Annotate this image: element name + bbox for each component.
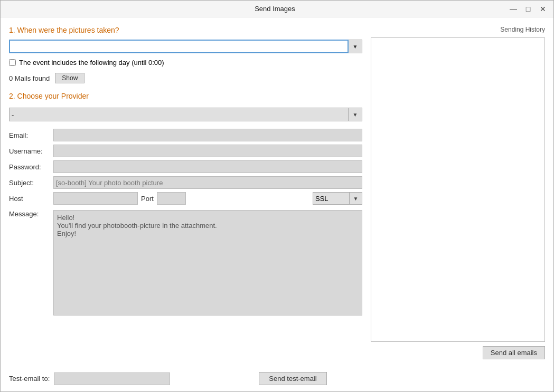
host-input[interactable]	[53, 192, 138, 205]
send-test-button[interactable]: Send test-email	[259, 372, 326, 385]
message-label: Message:	[9, 210, 51, 218]
ssl-select-display[interactable]: SSL	[313, 192, 350, 205]
form-grid: Email: Username: Password: Subject: Host…	[9, 129, 362, 205]
event-checkbox[interactable]	[9, 59, 16, 66]
mails-count: 0 Mails found	[9, 74, 50, 82]
history-box	[371, 37, 545, 342]
username-label: Username:	[9, 147, 51, 155]
main-window: Send Images — □ ✕ 1. When were the pictu…	[0, 0, 554, 392]
left-panel: 1. When were the pictures taken? ▼ The e…	[9, 26, 362, 359]
host-label: Host	[9, 195, 51, 203]
sending-history-label: Sending History	[371, 26, 545, 33]
event-checkbox-label: The event includes the following day (un…	[19, 59, 164, 66]
ssl-group: SSL ▼	[313, 192, 362, 205]
mails-row: 0 Mails found Show	[9, 73, 362, 83]
port-input[interactable]	[157, 192, 186, 205]
email-label: Email:	[9, 131, 51, 139]
title-bar: Send Images — □ ✕	[1, 1, 553, 17]
host-port-row: Port SSL ▼	[53, 192, 362, 205]
window-title: Send Images	[43, 5, 507, 13]
send-all-row: Send all emails	[371, 346, 545, 359]
bottom-bar: Test-email to: Send test-email	[1, 368, 553, 391]
right-panel: Sending History Send all emails	[371, 26, 545, 359]
subject-input[interactable]	[53, 176, 362, 189]
username-input[interactable]	[53, 145, 362, 157]
window-controls: — □ ✕	[507, 4, 549, 14]
window-content: 1. When were the pictures taken? ▼ The e…	[1, 17, 553, 368]
provider-chevron-button[interactable]: ▼	[349, 108, 362, 121]
password-input[interactable]	[53, 160, 362, 173]
show-button[interactable]: Show	[55, 73, 84, 83]
date-row: ▼	[9, 40, 362, 53]
close-button[interactable]: ✕	[537, 4, 549, 14]
date-input[interactable]	[9, 40, 349, 53]
provider-select-display[interactable]: -	[9, 108, 349, 121]
test-email-label: Test-email to:	[9, 375, 50, 383]
subject-label: Subject:	[9, 179, 51, 187]
send-all-button[interactable]: Send all emails	[483, 346, 545, 359]
section1-title: 1. When were the pictures taken?	[9, 26, 362, 34]
message-textarea[interactable]	[53, 210, 362, 315]
provider-dropdown-row: - ▼	[9, 108, 362, 121]
maximize-button[interactable]: □	[522, 4, 534, 14]
ssl-chevron-button[interactable]: ▼	[350, 192, 362, 205]
test-email-input[interactable]	[54, 372, 170, 385]
section2-title: 2. Choose your Provider	[9, 92, 362, 100]
minimize-button[interactable]: —	[507, 4, 520, 14]
password-label: Password:	[9, 163, 51, 171]
email-input[interactable]	[53, 129, 362, 141]
date-dropdown-button[interactable]: ▼	[349, 40, 362, 53]
port-label: Port	[141, 195, 154, 203]
message-row: Message:	[9, 210, 362, 315]
event-checkbox-row: The event includes the following day (un…	[9, 59, 362, 66]
